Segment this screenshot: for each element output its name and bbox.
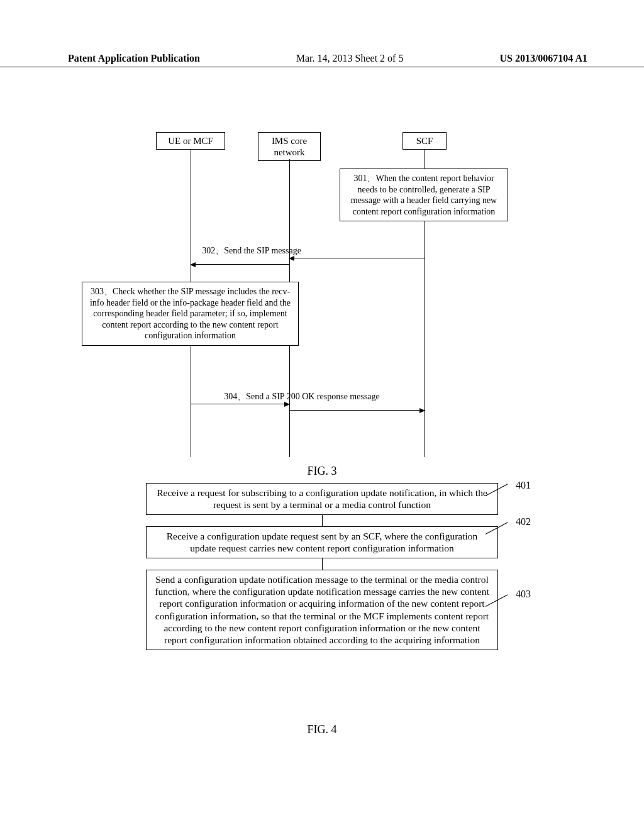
header-middle: Mar. 14, 2013 Sheet 2 of 5 — [296, 53, 404, 64]
note-303: 303、Check whether the SIP message includ… — [82, 282, 299, 346]
lifeline-ims: IMS core network — [258, 132, 321, 161]
page-header: Patent Application Publication Mar. 14, … — [0, 53, 644, 67]
step-401: Receive a request for subscribing to a c… — [146, 483, 498, 515]
step-402: Receive a configuration update request s… — [146, 526, 498, 558]
lifeline-scf: SCF — [402, 132, 447, 150]
figure-4-label: FIG. 4 — [0, 723, 644, 736]
step-403: Send a configuration update notification… — [146, 570, 498, 650]
arrow-302-a — [289, 258, 425, 258]
tag-403: 403 — [516, 589, 531, 600]
lifeline-ue: UE or MCF — [156, 132, 225, 150]
msg-304-label: 304、Send a SIP 200 OK response message — [198, 391, 406, 402]
msg-302-label: 302、Send the SIP message — [189, 245, 314, 257]
arrow-304-b — [289, 410, 425, 411]
figure-3-label: FIG. 3 — [0, 465, 644, 478]
figure-3: UE or MCF IMS core network SCF 301、When … — [0, 132, 644, 465]
header-left: Patent Application Publication — [68, 53, 200, 64]
connector-1 — [322, 515, 323, 526]
header-right: US 2013/0067104 A1 — [499, 53, 587, 64]
arrow-302-b — [191, 264, 289, 265]
connector-2 — [322, 558, 323, 570]
note-301: 301、When the content report behavior nee… — [340, 169, 508, 221]
arrow-304-a — [191, 404, 289, 404]
tag-401: 401 — [516, 480, 531, 491]
tag-402: 402 — [516, 516, 531, 528]
figure-4: Receive a request for subscribing to a c… — [0, 483, 644, 650]
